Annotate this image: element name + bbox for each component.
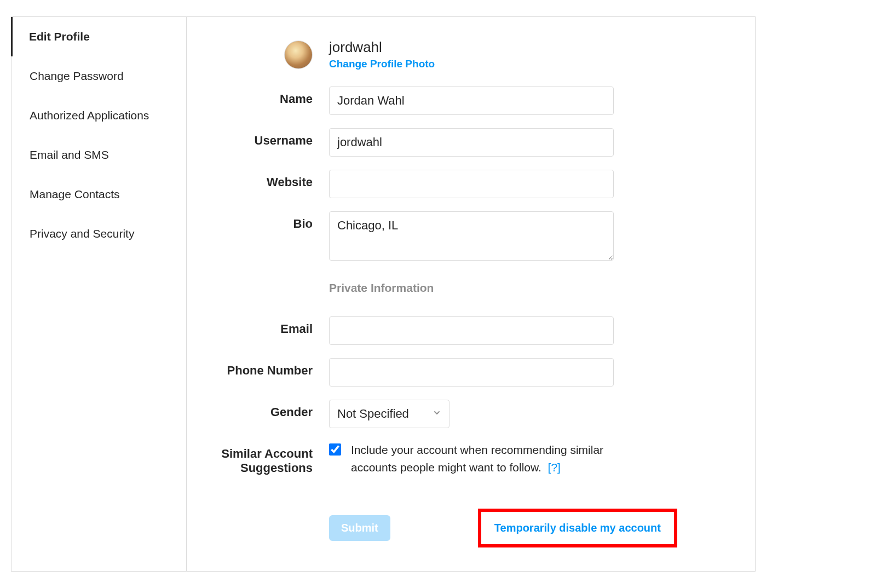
email-label: Email xyxy=(209,316,329,336)
phone-label: Phone Number xyxy=(209,358,329,378)
change-profile-photo-link[interactable]: Change Profile Photo xyxy=(329,58,435,70)
submit-button[interactable]: Submit xyxy=(329,515,390,541)
sidebar-item-privacy-and-security[interactable]: Privacy and Security xyxy=(11,214,186,253)
chevron-down-icon xyxy=(433,408,441,419)
sidebar-item-email-and-sms[interactable]: Email and SMS xyxy=(11,135,186,175)
website-label: Website xyxy=(209,170,329,189)
bio-label: Bio xyxy=(209,211,329,231)
disable-account-highlight: Temporarily disable my account xyxy=(478,509,677,547)
sidebar-item-authorized-applications[interactable]: Authorized Applications xyxy=(11,96,186,135)
name-input[interactable] xyxy=(329,87,614,115)
private-information-heading: Private Information xyxy=(329,276,614,303)
gender-select-value: Not Specified xyxy=(337,407,409,421)
gender-select[interactable]: Not Specified xyxy=(329,400,449,428)
avatar[interactable] xyxy=(284,41,313,69)
sidebar-item-change-password[interactable]: Change Password xyxy=(11,56,186,96)
similar-help-link[interactable]: [?] xyxy=(548,461,561,474)
settings-sidebar: Edit Profile Change Password Authorized … xyxy=(11,17,187,571)
gender-label: Gender xyxy=(209,400,329,419)
phone-input[interactable] xyxy=(329,358,614,387)
similar-suggestions-label: Similar Account Suggestions xyxy=(209,441,329,475)
username-input[interactable] xyxy=(329,128,614,157)
name-label: Name xyxy=(209,87,329,106)
sidebar-item-edit-profile[interactable]: Edit Profile xyxy=(11,17,186,56)
temporarily-disable-account-link[interactable]: Temporarily disable my account xyxy=(494,522,661,534)
username-label: Username xyxy=(209,128,329,148)
email-input[interactable] xyxy=(329,316,614,345)
similar-suggestions-text: Include your account when recommending s… xyxy=(351,441,647,476)
edit-profile-form: jordwahl Change Profile Photo Name Usern… xyxy=(187,17,755,571)
website-input[interactable] xyxy=(329,170,614,198)
profile-username: jordwahl xyxy=(329,39,435,56)
settings-panel: Edit Profile Change Password Authorized … xyxy=(11,16,756,572)
similar-suggestions-checkbox[interactable] xyxy=(329,443,341,456)
bio-textarea[interactable]: Chicago, IL xyxy=(329,211,614,261)
sidebar-item-manage-contacts[interactable]: Manage Contacts xyxy=(11,175,186,214)
